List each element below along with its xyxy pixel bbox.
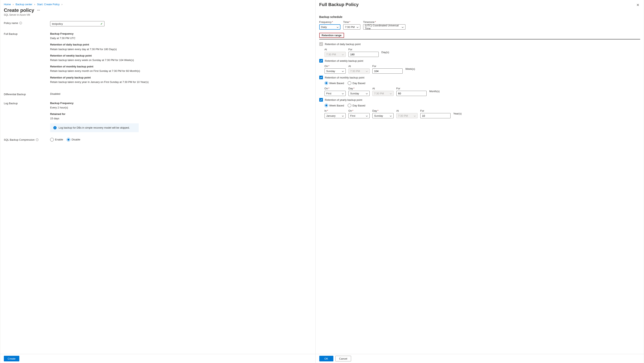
- weekly-at-select: 7:30 PM: [348, 68, 370, 74]
- more-icon[interactable]: ···: [37, 8, 40, 12]
- full-backup-summary: Backup Frequency Daily at 7:30 PM UTC Re…: [50, 32, 312, 87]
- monthly-unit-label: Month(s): [430, 90, 440, 93]
- daily-at-select: 7:30 PM: [324, 52, 346, 57]
- log-frequency-title: Backup Frequency: [50, 101, 312, 105]
- policy-name-value: testpolicy: [52, 22, 63, 25]
- compression-disable-label: Disable: [72, 138, 80, 141]
- chevron-right-icon: ›: [62, 3, 62, 6]
- log-retained-title: Retained for: [50, 112, 312, 116]
- yearly-unit-label: Year(s): [453, 112, 462, 115]
- yearly-retention-value: Retain backup taken every year in Januar…: [50, 80, 312, 84]
- yearly-for-input[interactable]: [420, 113, 450, 118]
- frequency-label: Frequency: [319, 20, 332, 23]
- timezone-label: Timezone: [363, 20, 375, 23]
- chevron-down-icon: [342, 115, 344, 117]
- differential-backup-label: Differential Backup: [4, 92, 46, 96]
- yearly-week-based-radio[interactable]: Week Based: [324, 104, 344, 107]
- chevron-down-icon: [342, 53, 344, 55]
- timezone-select[interactable]: (UTC) Coordinated Universal Time: [363, 24, 406, 29]
- divider: [319, 39, 640, 39]
- weekly-retention-value: Retain backup taken every week on Sunday…: [50, 58, 312, 62]
- full-backup-frequency-title: Backup Frequency: [50, 32, 312, 36]
- backup-schedule-title: Backup schedule: [319, 15, 640, 18]
- yearly-in-value: January: [326, 114, 336, 117]
- daily-for-input[interactable]: [348, 52, 379, 57]
- page-title: Create policy: [4, 7, 34, 13]
- yearly-retention-label: Retention of yearly backup point: [325, 98, 362, 101]
- weekly-retention-label: Retention of weekly backup point: [325, 59, 363, 62]
- weekly-retention-title: Retention of weekly backup point: [50, 54, 312, 57]
- weekly-retention-checkbox[interactable]: [319, 59, 323, 62]
- monthly-day-label: Day: [348, 87, 353, 90]
- yearly-day-select[interactable]: Sunday: [372, 113, 394, 118]
- chevron-down-icon: [336, 26, 338, 28]
- weekly-on-value: Sunday: [326, 70, 335, 73]
- page-subtitle: SQL Server in Azure VM: [4, 13, 312, 16]
- monthly-retention-checkbox[interactable]: [319, 76, 323, 79]
- radio-icon: [324, 104, 328, 107]
- radio-icon: [67, 138, 70, 141]
- chevron-right-icon: ›: [34, 3, 35, 6]
- compression-label: SQL Backup Compression: [4, 138, 35, 141]
- monthly-at-value: 7:30 PM: [374, 92, 384, 95]
- weekly-at-value: 7:30 PM: [350, 70, 360, 73]
- yearly-on-select[interactable]: First: [348, 113, 370, 118]
- breadcrumb: Home › Backup center › Start: Create Pol…: [4, 2, 312, 7]
- monthly-at-select: 7:30 PM: [372, 91, 394, 96]
- monthly-at-label: At: [372, 87, 394, 90]
- cancel-button[interactable]: Cancel: [336, 356, 351, 362]
- yearly-day-label: Day: [372, 109, 377, 112]
- frequency-select[interactable]: Daily: [319, 24, 340, 29]
- chevron-down-icon: [414, 115, 416, 117]
- time-label: Time: [343, 20, 349, 23]
- chevron-down-icon: [366, 115, 368, 117]
- monthly-for-input[interactable]: [396, 91, 426, 96]
- daily-for-label: For: [348, 48, 379, 51]
- breadcrumb-home[interactable]: Home: [4, 3, 11, 6]
- create-button[interactable]: Create: [4, 356, 19, 362]
- daily-at-label: At: [324, 48, 346, 51]
- weekly-at-label: At: [348, 65, 370, 68]
- daily-at-value: 7:30 PM: [326, 53, 336, 56]
- info-icon: i: [53, 126, 56, 129]
- ok-button[interactable]: OK: [319, 356, 333, 362]
- monthly-day-based-radio[interactable]: Day Based: [348, 81, 366, 85]
- full-backup-label: Full Backup: [4, 32, 46, 35]
- full-backup-frequency-value: Daily at 7:30 PM UTC: [50, 36, 312, 40]
- breadcrumb-start-create-policy[interactable]: Start: Create Policy: [37, 3, 60, 6]
- yearly-day-based-radio[interactable]: Day Based: [348, 104, 366, 107]
- compression-disable-radio[interactable]: Disable: [67, 138, 80, 141]
- frequency-value: Daily: [321, 25, 327, 28]
- yearly-on-value: First: [350, 114, 355, 117]
- weekly-for-input[interactable]: [372, 68, 403, 74]
- radio-icon: [50, 138, 54, 141]
- policy-name-input[interactable]: testpolicy ✓: [50, 21, 104, 26]
- chevron-down-icon: [390, 115, 392, 117]
- chevron-down-icon: [366, 70, 368, 72]
- yearly-in-select[interactable]: January: [324, 113, 346, 118]
- monthly-on-select[interactable]: First: [324, 91, 346, 96]
- monthly-on-label: On: [324, 87, 328, 90]
- weekly-on-select[interactable]: Sunday: [324, 68, 346, 74]
- close-icon[interactable]: ✕: [636, 2, 640, 8]
- monthly-retention-label: Retention of monthly backup point: [325, 76, 364, 79]
- checkmark-icon: ✓: [100, 22, 103, 25]
- info-icon[interactable]: i: [19, 22, 22, 24]
- chevron-down-icon: [402, 26, 404, 28]
- monthly-for-label: For: [396, 87, 426, 90]
- log-backup-callout-text: Log backup for DBs in simple recovery mo…: [58, 126, 130, 129]
- yearly-day-based-label: Day Based: [352, 104, 366, 107]
- breadcrumb-backup-center[interactable]: Backup center: [16, 3, 32, 6]
- weekly-unit-label: Week(s): [406, 67, 415, 70]
- yearly-retention-checkbox[interactable]: [319, 98, 323, 102]
- weekly-for-label: For: [372, 65, 403, 68]
- time-select[interactable]: 7:30 PM: [343, 24, 360, 29]
- timezone-value: (UTC) Coordinated Universal Time: [365, 24, 402, 30]
- monthly-week-based-radio[interactable]: Week Based: [324, 81, 344, 85]
- compression-enable-radio[interactable]: Enable: [50, 138, 63, 141]
- log-backup-label: Log Backup: [4, 101, 46, 105]
- chevron-down-icon: [366, 92, 368, 94]
- monthly-day-based-label: Day Based: [352, 82, 366, 85]
- info-icon[interactable]: i: [36, 138, 38, 141]
- monthly-day-select[interactable]: Sunday: [348, 91, 370, 96]
